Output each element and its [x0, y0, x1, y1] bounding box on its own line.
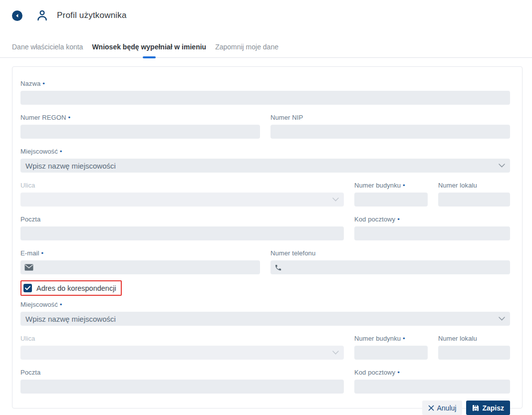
required-marker: • [68, 114, 70, 121]
x-icon [428, 405, 434, 411]
tab-account-owner[interactable]: Dane właściciela konta [12, 43, 83, 57]
page-header: Profil użytkownika [0, 0, 532, 24]
field-city-2: Miejscowość• Wpisz nazwę miejscowości [20, 301, 510, 326]
cancel-button-label: Anuluj [437, 404, 457, 412]
field-label: Numer NIP [270, 114, 303, 121]
tab-application-on-behalf[interactable]: Wniosek będę wypełniał w imieniu [92, 43, 206, 57]
post-office-input-2[interactable] [20, 380, 344, 394]
email-input[interactable] [37, 260, 256, 274]
save-button-label: Zapisz [482, 404, 504, 412]
field-building-2: Numer budynku• [354, 335, 428, 360]
field-label: Kod pocztowy [354, 215, 395, 223]
nip-input[interactable] [270, 125, 510, 139]
post-office-input-1[interactable] [20, 226, 344, 240]
profile-form-card: Nazwa• Numer REGON• Numer NIP Miejscowoś… [12, 66, 523, 409]
field-label: Miejscowość [20, 301, 58, 308]
required-marker: • [41, 249, 43, 257]
tab-label: Wniosek będę wypełniał w imieniu [92, 43, 206, 51]
name-input[interactable] [20, 91, 510, 105]
select-placeholder: Wpisz nazwę miejscowości [25, 315, 116, 323]
field-post-office-1: Poczta [20, 215, 344, 240]
checkmark-icon [25, 286, 30, 290]
chevron-down-icon [332, 198, 339, 202]
envelope-icon [24, 264, 33, 271]
field-post-office-2: Poczta [20, 369, 344, 394]
field-label: Numer budynku [354, 335, 401, 342]
page-title: Profil użytkownika [57, 10, 127, 20]
apartment-input-1[interactable] [438, 193, 510, 207]
regon-input[interactable] [20, 125, 260, 139]
correspondence-checkbox-label: Adres do korespondencji [36, 284, 116, 292]
field-label: Poczta [20, 369, 40, 376]
field-postal-code-1: Kod pocztowy• [354, 215, 510, 240]
required-marker: • [397, 215, 400, 223]
field-phone: Numer telefonu [270, 249, 510, 274]
field-apartment-2: Numer lokalu [438, 335, 510, 360]
field-name: Nazwa• [20, 80, 510, 105]
apartment-input-2[interactable] [438, 346, 510, 360]
chevron-left-icon [15, 13, 19, 18]
field-nip: Numer NIP [270, 114, 510, 139]
select-placeholder: Wpisz nazwę miejscowości [25, 162, 116, 170]
required-marker: • [403, 335, 405, 342]
field-label: Poczta [20, 215, 40, 223]
field-label: Numer REGON [20, 114, 66, 121]
field-label: Miejscowość [20, 148, 58, 155]
field-label: Nazwa [20, 80, 40, 87]
field-street-2: Ulica [20, 335, 344, 360]
street-select-1 [20, 193, 344, 207]
postal-code-input-2[interactable] [354, 380, 510, 394]
phone-input[interactable] [285, 260, 506, 274]
correspondence-checkbox[interactable] [23, 284, 32, 292]
phone-icon [274, 264, 282, 271]
correspondence-checkbox-highlight: Adres do korespondencji [20, 280, 122, 296]
field-label: Kod pocztowy [354, 369, 395, 376]
field-street-1: Ulica [20, 182, 344, 207]
field-email: E-mail• [20, 249, 260, 274]
city-select-1[interactable]: Wpisz nazwę miejscowości [20, 159, 510, 173]
back-button[interactable] [12, 10, 22, 21]
street-select-2 [20, 346, 344, 360]
user-profile-icon [35, 8, 49, 23]
city-select-2[interactable]: Wpisz nazwę miejscowości [20, 312, 510, 326]
field-label: Numer lokalu [438, 182, 477, 189]
field-label: Numer lokalu [438, 335, 477, 342]
field-building-1: Numer budynku• [354, 182, 428, 207]
required-marker: • [403, 182, 405, 189]
field-postal-code-2: Kod pocztowy• [354, 369, 510, 394]
save-button[interactable]: Zapisz [466, 401, 510, 415]
field-label: Ulica [20, 182, 35, 189]
chevron-down-icon [499, 317, 505, 321]
postal-code-input-1[interactable] [354, 226, 510, 240]
field-label: Numer budynku [354, 182, 401, 189]
field-city-1: Miejscowość• Wpisz nazwę miejscowości [20, 148, 510, 173]
field-label: Numer telefonu [270, 249, 315, 257]
field-label: Ulica [20, 335, 35, 342]
save-icon [472, 405, 479, 412]
field-label: E-mail [20, 249, 39, 257]
required-marker: • [60, 148, 62, 155]
active-tab-indicator [143, 56, 156, 58]
cancel-button[interactable]: Anuluj [422, 401, 463, 415]
required-marker: • [42, 80, 45, 87]
building-input-1[interactable] [354, 193, 428, 207]
field-apartment-1: Numer lokalu [438, 182, 510, 207]
chevron-down-icon [332, 351, 339, 355]
form-footer: Anuluj Zapisz [20, 401, 510, 415]
required-marker: • [397, 369, 400, 376]
tab-forget-my-data[interactable]: Zapomnij moje dane [215, 43, 278, 57]
chevron-down-icon [499, 164, 505, 168]
required-marker: • [60, 301, 62, 308]
building-input-2[interactable] [354, 346, 428, 360]
tab-bar: Dane właściciela konta Wniosek będę wype… [0, 43, 532, 58]
field-regon: Numer REGON• [20, 114, 260, 139]
